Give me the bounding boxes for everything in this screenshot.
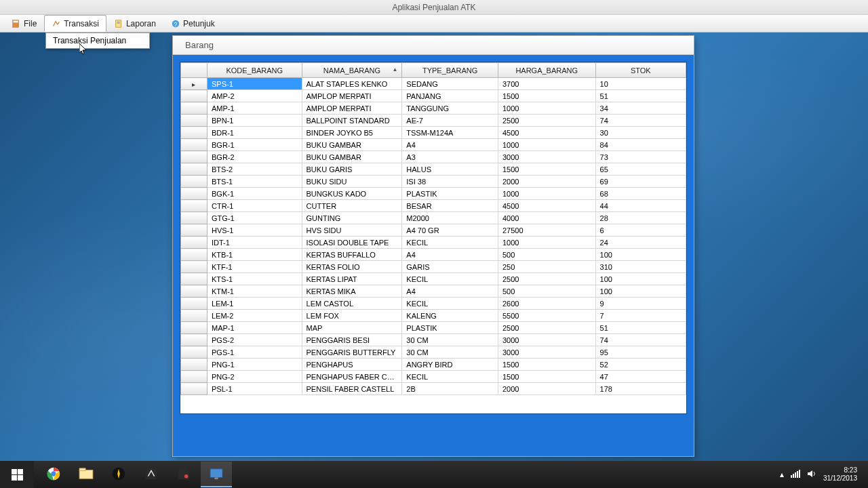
- cell-harga[interactable]: 3700: [498, 78, 595, 90]
- row-selector[interactable]: [181, 261, 208, 273]
- cell-harga[interactable]: 1500: [498, 371, 595, 383]
- cell-nama[interactable]: HVS SIDU: [302, 224, 402, 237]
- cell-stok[interactable]: 74: [595, 115, 686, 127]
- cell-harga[interactable]: 2500: [498, 115, 595, 127]
- row-selector[interactable]: [181, 237, 208, 249]
- cell-stok[interactable]: 30: [595, 127, 686, 139]
- cell-kode[interactable]: PGS-1: [207, 346, 302, 359]
- cell-harga[interactable]: 4500: [498, 200, 595, 212]
- cell-kode[interactable]: GTG-1: [207, 212, 302, 224]
- cell-nama[interactable]: BINDER JOYKO B5: [302, 127, 402, 139]
- cell-type[interactable]: BESAR: [402, 200, 498, 212]
- table-row[interactable]: BDR-1BINDER JOYKO B5TSSM-M124A450030: [181, 127, 686, 139]
- col-kode[interactable]: KODE_BARANG: [207, 63, 302, 78]
- cell-stok[interactable]: 178: [595, 383, 686, 395]
- cell-harga[interactable]: 250: [498, 261, 595, 273]
- cell-nama[interactable]: PENGGARIS BUTTERFLY: [302, 346, 402, 359]
- cell-harga[interactable]: 500: [498, 249, 595, 261]
- cell-harga[interactable]: 1500: [498, 163, 595, 176]
- cell-harga[interactable]: 3000: [498, 346, 595, 359]
- table-row[interactable]: PGS-1PENGGARIS BUTTERFLY30 CM300095: [181, 346, 686, 359]
- cell-nama[interactable]: PENGHAPUS: [302, 359, 402, 371]
- cell-nama[interactable]: BUKU GAMBAR: [302, 139, 402, 151]
- cell-kode[interactable]: BGR-1: [207, 139, 302, 151]
- cell-harga[interactable]: 1000: [498, 102, 595, 115]
- table-row[interactable]: CTR-1CUTTERBESAR450044: [181, 200, 686, 212]
- cell-nama[interactable]: LEM CASTOL: [302, 298, 402, 310]
- cell-harga[interactable]: 2000: [498, 383, 595, 395]
- cell-stok[interactable]: 7: [595, 310, 686, 322]
- cell-kode[interactable]: AMP-2: [207, 90, 302, 102]
- col-harga[interactable]: HARGA_BARANG: [498, 63, 595, 78]
- row-selector[interactable]: [181, 151, 208, 163]
- cell-nama[interactable]: PENGHAPUS FABER CAS...: [302, 371, 402, 383]
- row-selector[interactable]: [181, 90, 208, 102]
- cell-stok[interactable]: 100: [595, 273, 686, 285]
- cell-type[interactable]: ISI 38: [402, 176, 498, 188]
- table-row[interactable]: KTB-1KERTAS BUFFALLOA4500100: [181, 249, 686, 261]
- tray-expand-icon[interactable]: ▴: [780, 470, 784, 479]
- cell-harga[interactable]: 1500: [498, 359, 595, 371]
- row-selector[interactable]: [181, 359, 208, 371]
- cell-type[interactable]: KECIL: [402, 273, 498, 285]
- cell-stok[interactable]: 65: [595, 163, 686, 176]
- cell-type[interactable]: 2B: [402, 383, 498, 395]
- table-row[interactable]: KTF-1KERTAS FOLIOGARIS250310: [181, 261, 686, 273]
- table-row[interactable]: BGR-2BUKU GAMBARA3300073: [181, 151, 686, 163]
- table-row[interactable]: PSL-1PENSIL FABER CASTELL2B2000178: [181, 383, 686, 395]
- cell-kode[interactable]: LEM-1: [207, 298, 302, 310]
- row-selector[interactable]: [181, 115, 208, 127]
- row-selector[interactable]: [181, 346, 208, 359]
- cell-nama[interactable]: AMPLOP MERPATI: [302, 90, 402, 102]
- cell-nama[interactable]: BUKU GARIS: [302, 163, 402, 176]
- clock[interactable]: 8:23 31/12/2013: [823, 466, 861, 483]
- cell-type[interactable]: SEDANG: [402, 78, 498, 90]
- cell-harga[interactable]: 3000: [498, 334, 595, 346]
- row-selector[interactable]: [181, 249, 208, 261]
- cell-kode[interactable]: CTR-1: [207, 200, 302, 212]
- tray-volume-icon[interactable]: [807, 470, 816, 480]
- cell-kode[interactable]: HVS-1: [207, 224, 302, 237]
- cell-stok[interactable]: 34: [595, 102, 686, 115]
- taskbar-app-yellow[interactable]: [103, 462, 134, 487]
- row-selector[interactable]: [181, 78, 208, 90]
- table-row[interactable]: AMP-2AMPLOP MERPATIPANJANG150051: [181, 90, 686, 102]
- cell-kode[interactable]: BGR-2: [207, 151, 302, 163]
- cell-stok[interactable]: 310: [595, 261, 686, 273]
- row-selector[interactable]: [181, 298, 208, 310]
- cell-nama[interactable]: KERTAS LIPAT: [302, 273, 402, 285]
- cell-kode[interactable]: MAP-1: [207, 322, 302, 334]
- cell-nama[interactable]: BUNGKUS KADO: [302, 188, 402, 200]
- row-selector[interactable]: [181, 383, 208, 395]
- cell-type[interactable]: AE-7: [402, 115, 498, 127]
- row-selector[interactable]: [181, 212, 208, 224]
- table-row[interactable]: BTS-2BUKU GARISHALUS150065: [181, 163, 686, 176]
- table-row[interactable]: MAP-1MAPPLASTIK250051: [181, 322, 686, 334]
- start-button[interactable]: [0, 461, 34, 488]
- cell-nama[interactable]: BUKU GAMBAR: [302, 151, 402, 163]
- row-selector[interactable]: [181, 371, 208, 383]
- cell-type[interactable]: KALENG: [402, 310, 498, 322]
- row-selector[interactable]: [181, 102, 208, 115]
- cell-stok[interactable]: 73: [595, 151, 686, 163]
- menu-transaksi[interactable]: Transaksi: [44, 15, 106, 32]
- cell-kode[interactable]: SPS-1: [207, 78, 302, 90]
- cell-stok[interactable]: 28: [595, 212, 686, 224]
- tray-network-icon[interactable]: [791, 470, 800, 480]
- cell-type[interactable]: A4: [402, 139, 498, 151]
- row-selector[interactable]: [181, 163, 208, 176]
- cell-type[interactable]: GARIS: [402, 261, 498, 273]
- cell-type[interactable]: A3: [402, 151, 498, 163]
- row-selector[interactable]: [181, 285, 208, 298]
- cell-harga[interactable]: 4500: [498, 127, 595, 139]
- cell-kode[interactable]: PGS-2: [207, 334, 302, 346]
- row-selector[interactable]: [181, 188, 208, 200]
- cell-harga[interactable]: 4000: [498, 212, 595, 224]
- row-selector[interactable]: [181, 224, 208, 237]
- table-row[interactable]: AMP-1AMPLOP MERPATITANGGUNG100034: [181, 102, 686, 115]
- table-row[interactable]: LEM-1LEM CASTOLKECIL26009: [181, 298, 686, 310]
- cell-kode[interactable]: BTS-1: [207, 176, 302, 188]
- cell-nama[interactable]: KERTAS FOLIO: [302, 261, 402, 273]
- cell-kode[interactable]: AMP-1: [207, 102, 302, 115]
- table-row[interactable]: BPN-1BALLPOINT STANDARDAE-7250074: [181, 115, 686, 127]
